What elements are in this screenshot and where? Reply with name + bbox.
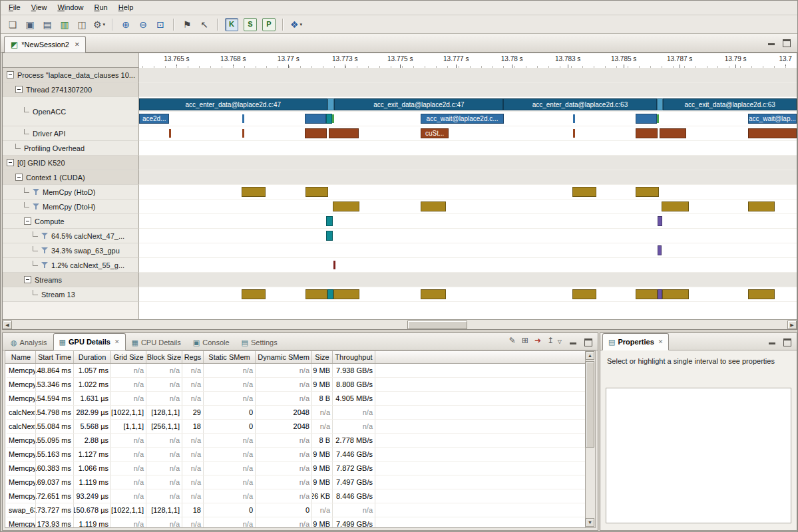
tab-console[interactable]: ▣Console bbox=[187, 335, 236, 350]
timeline-interval[interactable] bbox=[662, 289, 689, 299]
timeline-interval[interactable] bbox=[305, 187, 328, 197]
row-label-stream-13[interactable]: Stream 13 bbox=[3, 287, 139, 302]
timeline-interval[interactable] bbox=[305, 114, 326, 124]
column-header-block-size[interactable]: Block Size bbox=[146, 351, 182, 363]
timeline-interval[interactable] bbox=[658, 289, 663, 299]
scroll-up-icon[interactable]: ▲ bbox=[586, 351, 594, 360]
timeline-interval[interactable] bbox=[421, 201, 447, 211]
tab-gpu-details[interactable]: ▦GPU Details✕ bbox=[53, 333, 126, 350]
timeline-interval[interactable] bbox=[327, 289, 334, 299]
minimize-icon[interactable] bbox=[570, 342, 576, 344]
timeline-interval[interactable] bbox=[242, 187, 266, 197]
table-row[interactable]: Memcpy155.095 ms2.88 µsn/an/an/an/an/a8 … bbox=[7, 434, 585, 448]
tab-settings[interactable]: ▤Settings bbox=[236, 335, 284, 350]
table-row[interactable]: calcNext154.798 ms282.99 µs[1022,1,1][12… bbox=[7, 406, 585, 420]
column-header-grid-size[interactable]: Grid Size bbox=[111, 351, 146, 363]
timeline-interval[interactable] bbox=[658, 245, 662, 255]
zoom-fit-button[interactable]: ⊡ bbox=[152, 17, 168, 33]
timeline-interval[interactable] bbox=[657, 114, 660, 123]
timeline-interval[interactable] bbox=[332, 114, 334, 123]
timeline-interval[interactable] bbox=[421, 289, 447, 299]
timeline-interval[interactable] bbox=[658, 216, 663, 226]
maximize-icon[interactable] bbox=[783, 338, 791, 346]
row-label-grid-k520[interactable]: [0] GRID K520 bbox=[3, 156, 139, 170]
close-tab-icon[interactable]: ✕ bbox=[114, 338, 120, 345]
collapse-toggle-icon[interactable] bbox=[24, 217, 31, 225]
chart-report-button[interactable]: ▥ bbox=[57, 17, 73, 33]
export-button[interactable]: ◫ bbox=[74, 17, 90, 33]
timeline-interval[interactable] bbox=[662, 201, 689, 211]
collapse-toggle-icon[interactable] bbox=[7, 71, 14, 78]
column-header-regs[interactable]: Regs bbox=[182, 351, 204, 363]
timeline-interval[interactable]: ace2d... bbox=[139, 114, 169, 124]
table-vscrollbar[interactable]: ▲ ▼ bbox=[585, 351, 595, 527]
column-header-start-time[interactable]: Start Time bbox=[36, 351, 74, 363]
kernel-timeline-button[interactable]: K bbox=[225, 18, 238, 31]
filter-funnel-icon[interactable] bbox=[41, 247, 48, 253]
filter-funnel-icon[interactable] bbox=[41, 262, 48, 268]
hscroll-thumb[interactable] bbox=[407, 321, 467, 329]
collapse-toggle-icon[interactable] bbox=[15, 174, 23, 181]
filter-funnel-icon[interactable] bbox=[33, 189, 39, 195]
timeline-interval[interactable] bbox=[333, 261, 335, 269]
row-label-memcpy-dtoh[interactable]: MemCpy (DtoH) bbox=[3, 200, 139, 214]
timeline-interval[interactable]: cuSt... bbox=[421, 128, 449, 138]
timeline-interval[interactable] bbox=[748, 201, 775, 211]
row-label-profiling-overhead[interactable]: Profiling Overhead bbox=[3, 141, 139, 156]
maximize-icon[interactable] bbox=[584, 338, 592, 346]
column-header-throughput[interactable]: Throughput bbox=[333, 351, 375, 363]
collapse-toggle-icon[interactable] bbox=[24, 276, 31, 283]
timeline-interval[interactable]: acc_enter_data@laplace2d.c:47 bbox=[139, 98, 327, 110]
timeline-interval[interactable] bbox=[636, 289, 658, 299]
timeline-interval[interactable] bbox=[657, 98, 664, 110]
table-row[interactable]: swap_63_gpu173.727 ms150.678 µs[1022,1,1… bbox=[7, 503, 585, 517]
row-label-process[interactable]: Process "laplace_data_clauses 10... bbox=[3, 68, 139, 82]
table-row[interactable]: Memcpy155.163 ms1.127 msn/an/an/an/an/a9… bbox=[7, 448, 585, 462]
timeline-interval[interactable] bbox=[573, 114, 574, 123]
table-row[interactable]: Memcpy169.037 ms1.119 msn/an/an/an/an/a9… bbox=[7, 475, 585, 489]
timeline-interval[interactable] bbox=[326, 114, 333, 124]
row-label-streams[interactable]: Streams bbox=[3, 273, 139, 287]
column-header-name[interactable]: Name bbox=[7, 351, 36, 363]
layout-icon[interactable]: ⊞ bbox=[522, 336, 528, 344]
settings-button[interactable]: ⚙▾ bbox=[91, 17, 107, 33]
tab-properties[interactable]: ▤ Properties ✕ bbox=[602, 333, 669, 350]
timeline-interval[interactable] bbox=[305, 128, 327, 138]
session-tab[interactable]: ◩ *NewSession2 ✕ bbox=[4, 36, 86, 53]
save-session-button[interactable]: ▤ bbox=[39, 17, 55, 33]
table-row[interactable]: Memcpy148.864 ms1.057 msn/an/an/an/an/a9… bbox=[7, 364, 585, 378]
table-row[interactable]: Memcpy154.594 ms1.631 µsn/an/an/an/an/a8… bbox=[7, 392, 585, 406]
timeline-interval[interactable] bbox=[636, 187, 659, 197]
jump-to-icon[interactable]: ➜ bbox=[534, 336, 541, 344]
timeline-interval[interactable] bbox=[572, 289, 596, 299]
close-session-icon[interactable]: ✕ bbox=[75, 41, 80, 48]
timeline-interval[interactable] bbox=[333, 201, 359, 211]
reset-view-button[interactable]: ↖ bbox=[196, 17, 212, 33]
timeline-interval[interactable] bbox=[333, 289, 359, 299]
menu-help[interactable]: Help bbox=[113, 1, 139, 15]
table-row[interactable]: Memcpy153.346 ms1.022 msn/an/an/an/an/a9… bbox=[7, 378, 585, 392]
minimize-icon[interactable] bbox=[769, 342, 775, 344]
timeline-interval[interactable] bbox=[305, 289, 327, 299]
row-label-openacc[interactable]: OpenACC bbox=[3, 97, 139, 126]
timeline-interval[interactable] bbox=[242, 129, 244, 138]
tab-cpu-details[interactable]: ▦CPU Details bbox=[126, 335, 187, 350]
timeline-interval[interactable] bbox=[327, 98, 335, 110]
timeline-hscrollbar[interactable]: ◀ ▶ bbox=[3, 319, 797, 329]
zoom-in-button[interactable]: ⊕ bbox=[118, 17, 134, 33]
row-label-context-1[interactable]: Context 1 (CUDA) bbox=[3, 170, 139, 185]
table-row[interactable]: Memcpy172.651 ms93.249 µsn/an/an/an/an/a… bbox=[7, 489, 585, 503]
collapse-toggle-icon[interactable] bbox=[15, 86, 23, 93]
timeline-interval[interactable] bbox=[329, 128, 359, 138]
marker-flag-button[interactable]: ⚑ bbox=[179, 17, 195, 33]
row-label-memcpy-htod[interactable]: MemCpy (HtoD) bbox=[3, 185, 139, 200]
stream-timeline-button[interactable]: S bbox=[244, 18, 257, 31]
menu-window[interactable]: Window bbox=[52, 1, 89, 15]
vscroll-thumb[interactable] bbox=[586, 361, 594, 448]
collapse-toggle-icon[interactable] bbox=[7, 159, 14, 166]
timeline-interval[interactable] bbox=[326, 216, 333, 226]
column-header-static-smem[interactable]: Static SMem bbox=[204, 351, 256, 363]
timeline-interval[interactable]: acc_exit_data@laplace2d.c:63 bbox=[663, 98, 797, 110]
timeline-interval[interactable]: acc_wait@lap... bbox=[748, 114, 797, 124]
export-table-icon[interactable]: ↥ bbox=[547, 336, 554, 344]
